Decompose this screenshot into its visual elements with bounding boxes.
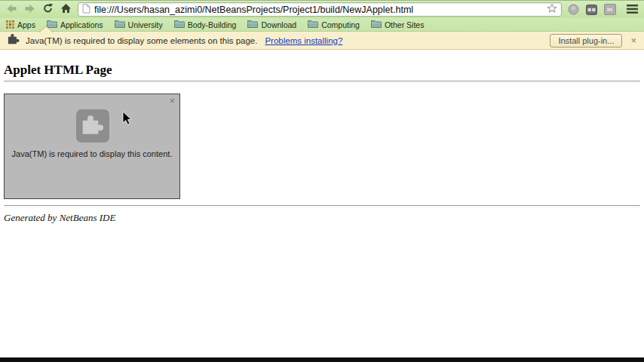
extension-in-icon[interactable]: in: [603, 3, 616, 16]
infobar-notch: [39, 26, 53, 32]
bookmark-label: Computing: [321, 20, 360, 29]
bookmark-star-icon[interactable]: [547, 3, 557, 17]
menu-icon: [627, 3, 638, 17]
generator-note: Generated by NetBeans IDE: [4, 212, 640, 224]
bookmark-apps[interactable]: Apps: [6, 20, 35, 29]
folder-icon: [115, 20, 125, 29]
bookmark-folder-computing[interactable]: Computing: [308, 20, 360, 29]
bookmark-folder-applications[interactable]: Applications: [47, 20, 103, 29]
infobar-close-icon[interactable]: ×: [630, 35, 636, 45]
bookmark-folder-other-sites[interactable]: Other Sites: [371, 20, 425, 29]
content-divider-bottom: [4, 205, 640, 207]
back-button[interactable]: [5, 4, 18, 16]
reload-icon: [42, 3, 54, 17]
forward-arrow-icon: [24, 3, 35, 17]
bookmark-label: Applications: [60, 20, 103, 29]
folder-icon: [247, 20, 258, 29]
applet-close-icon[interactable]: ×: [169, 96, 175, 106]
menu-button[interactable]: [626, 3, 639, 16]
puzzle-icon: [81, 114, 104, 138]
home-button[interactable]: [60, 4, 72, 16]
folder-icon: [308, 20, 318, 29]
page-title: Applet HTML Page: [4, 63, 640, 77]
address-bar[interactable]: file:///Users/hasan_azimi0/NetBeansProje…: [78, 2, 562, 17]
extension-in-badge: in: [604, 4, 616, 15]
bookmark-folder-body-building[interactable]: Body-Building: [174, 20, 237, 29]
install-plugin-button[interactable]: Install plug-in...: [550, 34, 622, 48]
reload-button[interactable]: [41, 4, 54, 16]
page-content: Applet HTML Page × Java(TM) is required …: [0, 50, 644, 357]
back-arrow-icon: [6, 3, 17, 17]
puzzle-icon: [8, 33, 20, 48]
extension-circle-icon[interactable]: [567, 3, 580, 16]
bookmark-folder-download[interactable]: Download: [247, 20, 296, 29]
infobar-message: Java(TM) is required to display some ele…: [26, 36, 257, 45]
forward-button[interactable]: [23, 4, 36, 16]
bookmark-label: Download: [261, 20, 296, 29]
home-icon: [60, 3, 72, 17]
bookmark-label: Other Sites: [385, 20, 425, 29]
content-divider-top: [4, 81, 640, 83]
folder-icon: [371, 20, 382, 29]
bookmarks-bar: Apps Applications University Body-Buildi…: [0, 18, 644, 31]
browser-toolbar: file:///Users/hasan_azimi0/NetBeansProje…: [0, 0, 644, 18]
bookmark-folder-university[interactable]: University: [115, 20, 163, 29]
extension-boxes-icon[interactable]: [585, 3, 598, 16]
folder-icon: [174, 20, 185, 29]
java-infobar: Java(TM) is required to display some ele…: [0, 31, 644, 50]
url-text: file:///Users/hasan_azimi0/NetBeansProje…: [94, 5, 543, 15]
problems-installing-link[interactable]: Problems installing?: [265, 36, 342, 45]
page-icon: [82, 3, 90, 17]
applet-message: Java(TM) is required to display this con…: [5, 149, 179, 158]
bookmark-label: Apps: [17, 20, 35, 29]
infobar-actions: Install plug-in... ×: [550, 34, 636, 48]
bookmark-label: Body-Building: [188, 20, 237, 29]
bookmark-label: University: [128, 20, 163, 29]
applet-placeholder: × Java(TM) is required to display this c…: [4, 94, 180, 199]
apps-grid-icon: [6, 20, 14, 29]
plugin-tile[interactable]: [76, 109, 109, 143]
screen-bottom-edge: [0, 357, 644, 362]
browser-window: file:///Users/hasan_azimi0/NetBeansProje…: [0, 0, 644, 362]
